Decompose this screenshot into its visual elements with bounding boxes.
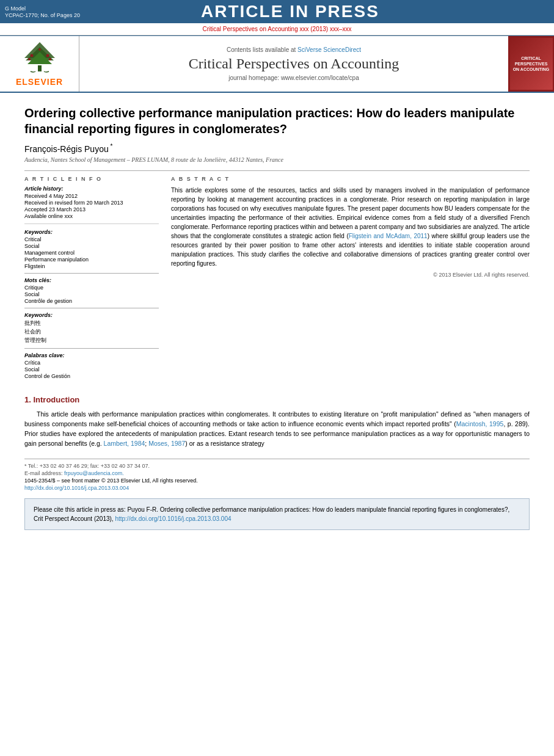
- footnote-email: E-mail address: frpuyou@audencia.com.: [24, 470, 530, 476]
- kw-cn-2: 社会的: [24, 328, 159, 336]
- keywords-cn-group: Keywords: 批判性 社会的 管理控制: [24, 312, 159, 344]
- article-title: Ordering collective performance manipula…: [24, 105, 530, 137]
- article-info-column: A R T I C L E I N F O Article history: R…: [24, 176, 159, 383]
- svg-point-8: [38, 48, 41, 51]
- introduction-paragraph-1: This article deals with performance mani…: [24, 409, 530, 449]
- abstract-text: This article explores some of the resour…: [171, 186, 530, 268]
- article-info-abstract: A R T I C L E I N F O Article history: R…: [24, 176, 530, 383]
- journal-ref-text: Critical Perspectives on Accounting xxx …: [203, 26, 352, 32]
- kw-fligstein: Fligstein: [24, 263, 159, 269]
- keywords-en-group: Keywords: Critical Social Management con…: [24, 229, 159, 269]
- lambert-link[interactable]: Lambert, 1984: [104, 440, 145, 447]
- moses-link[interactable]: Moses, 1987: [148, 440, 185, 447]
- svg-point-7: [49, 58, 51, 60]
- thumb-text: CRITICALPERSPECTIVESON ACCOUNTING: [513, 56, 550, 72]
- palabras-label: Palabras clave:: [24, 352, 159, 358]
- received-revised-date: Received in revised form 20 March 2013: [24, 200, 159, 206]
- svg-rect-0: [38, 65, 42, 71]
- article-in-press-label: ARTICLE IN PRESS: [201, 2, 379, 21]
- abstract-heading: A B S T R A C T: [171, 176, 530, 182]
- received-date: Received 4 May 2012: [24, 193, 159, 199]
- author-star: *: [109, 143, 113, 150]
- citation-text: Please cite this article in press as: Pu…: [34, 506, 509, 522]
- kw-divider-1: [24, 273, 159, 274]
- footnote-contact: * Tel.: +33 02 40 37 46 29; fax: +33 02 …: [24, 463, 530, 469]
- author-name: François-Régis Puyou *: [24, 143, 530, 154]
- keywords-en-label: Keywords:: [24, 229, 159, 235]
- sciverse-line: Contents lists available at SciVerse Sci…: [86, 46, 502, 53]
- footer-doi-link[interactable]: http://dx.doi.org/10.1016/j.cpa.2013.03.…: [24, 485, 129, 491]
- mots-cles-label: Mots clés:: [24, 277, 159, 283]
- keywords-cn-label: Keywords:: [24, 312, 159, 318]
- elsevier-logo: ELSEVIER: [16, 41, 63, 87]
- svg-point-6: [28, 58, 31, 60]
- citation-box: Please cite this article in press as: Pu…: [24, 498, 530, 530]
- abstract-text-before-link: This article explores some of the resour…: [171, 187, 530, 239]
- kw-mgmt-control: Management control: [24, 250, 159, 256]
- pal-critica: Crítica: [24, 360, 159, 366]
- abstract-column: A B S T R A C T This article explores so…: [171, 176, 530, 383]
- kw-divider-2: [24, 308, 159, 308]
- kw-critical: Critical: [24, 236, 159, 242]
- article-in-press-header: ARTICLE IN PRESS: [201, 2, 379, 21]
- history-label: Article history:: [24, 186, 159, 192]
- sciverse-prefix: Contents lists available at: [227, 46, 297, 53]
- author-name-text: François-Régis Puyou: [24, 144, 109, 154]
- top-bar: G Model YCPAC-1770; No. of Pages 20 ARTI…: [0, 0, 554, 23]
- journal-title: Critical Perspectives on Accounting: [86, 56, 502, 72]
- citation-doi-link[interactable]: http://dx.doi.org/10.1016/j.cpa.2013.03.…: [115, 515, 231, 522]
- abstract-fligstein-link[interactable]: Fligstein and McAdam, 2011: [349, 233, 428, 239]
- model-info: G Model YCPAC-1770; No. of Pages 20: [5, 5, 80, 18]
- introduction-section: 1. Introduction This article deals with …: [24, 395, 530, 449]
- journal-reference-bar: Critical Perspectives on Accounting xxx …: [0, 23, 554, 35]
- available-online: Available online xxx: [24, 213, 159, 219]
- kw-cn-1: 批判性: [24, 319, 159, 327]
- svg-point-5: [46, 54, 49, 57]
- footer-notes: * Tel.: +33 02 40 37 46 29; fax: +33 02 …: [24, 459, 530, 491]
- macintosh-link[interactable]: Macintosh, 1995: [456, 420, 504, 427]
- author-affiliation: Audencia, Nantes School of Management – …: [24, 156, 530, 163]
- journal-thumbnail: CRITICALPERSPECTIVESON ACCOUNTING: [508, 36, 554, 92]
- mc-social: Social: [24, 291, 159, 297]
- journal-header: ELSEVIER Contents lists available at Sci…: [0, 35, 554, 93]
- footer-doi: http://dx.doi.org/10.1016/j.cpa.2013.03.…: [24, 485, 530, 491]
- pal-control: Control de Gestión: [24, 373, 159, 379]
- footer-issn: 1045-2354/$ – see front matter © 2013 El…: [24, 478, 530, 484]
- elsevier-wordmark: ELSEVIER: [16, 77, 63, 87]
- sciverse-link[interactable]: SciVerse ScienceDirect: [297, 46, 361, 53]
- section-divider: [24, 170, 530, 171]
- kw-cn-3: 管理控制: [24, 336, 159, 344]
- svg-point-4: [30, 54, 33, 57]
- thumb-inner: CRITICALPERSPECTIVESON ACCOUNTING: [510, 38, 553, 90]
- kw-divider-3: [24, 348, 159, 349]
- article-info-heading: A R T I C L E I N F O: [24, 176, 159, 182]
- model-number: G Model YCPAC-1770; No. of Pages 20: [5, 5, 80, 18]
- intro-text-end: ) or as a resistance strategy: [185, 440, 264, 447]
- introduction-heading: 1. Introduction: [24, 395, 530, 404]
- kw-perf-manip: Performance manipulation: [24, 256, 159, 263]
- pal-social: Social: [24, 366, 159, 373]
- main-content: Ordering collective performance manipula…: [0, 93, 554, 536]
- mc-critique: Critique: [24, 285, 159, 291]
- kw-social: Social: [24, 243, 159, 249]
- copyright-notice: © 2013 Elsevier Ltd. All rights reserved…: [171, 272, 530, 278]
- elsevier-tree-icon: [18, 41, 61, 75]
- intro-text-1: This article deals with performance mani…: [24, 410, 530, 427]
- journal-title-area: Contents lists available at SciVerse Sci…: [79, 36, 508, 92]
- elsevier-logo-area: ELSEVIER: [0, 36, 79, 92]
- article-history-group: Article history: Received 4 May 2012 Rec…: [24, 186, 159, 224]
- keywords-es-group: Palabras clave: Crítica Social Control d…: [24, 352, 159, 379]
- mc-controle: Contrôle de gestion: [24, 298, 159, 304]
- keywords-fr-group: Mots clés: Critique Social Contrôle de g…: [24, 277, 159, 304]
- accepted-date: Accepted 23 March 2013: [24, 206, 159, 213]
- email-label: E-mail address:: [24, 470, 64, 476]
- footnote-phone: * Tel.: +33 02 40 37 46 29; fax: +33 02 …: [24, 463, 150, 469]
- journal-homepage: journal homepage: www.elsevier.com/locat…: [86, 75, 502, 81]
- email-link[interactable]: frpuyou@audencia.com.: [64, 470, 124, 476]
